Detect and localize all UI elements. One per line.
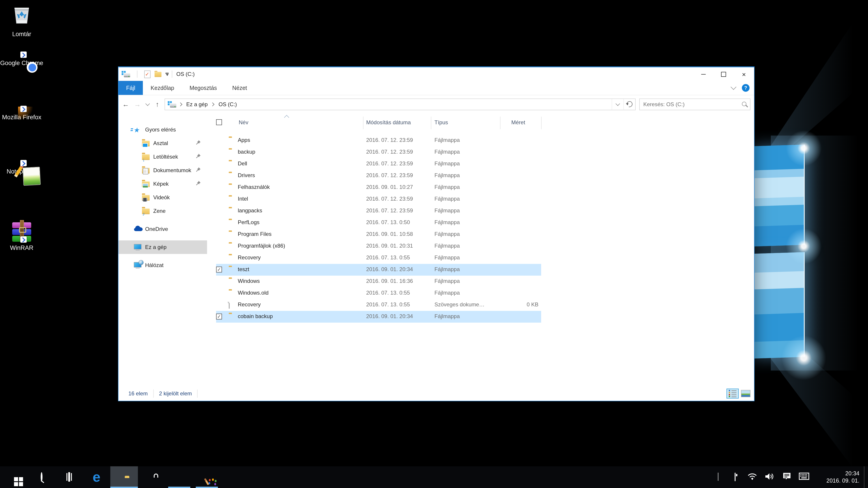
new-folder-icon[interactable] bbox=[155, 71, 162, 76]
file-date-modified: 2016. 07. 12. 23:59 bbox=[366, 172, 413, 178]
file-row-cobain-backup[interactable]: ✓ cobain backup 2016. 09. 01. 20:34 Fájl… bbox=[216, 311, 541, 323]
sidebar-item-label: OneDrive bbox=[145, 226, 168, 232]
breadcrumb-chevron-icon[interactable] bbox=[211, 102, 215, 106]
select-all-checkbox[interactable] bbox=[216, 119, 222, 125]
file-row-programf-jlok-x86[interactable]: Programfájlok (x86) 2016. 09. 01. 20:31 … bbox=[216, 240, 541, 252]
taskbar-button-file-explorer[interactable] bbox=[110, 466, 138, 488]
qat-menu-arrow-icon[interactable] bbox=[165, 73, 168, 75]
address-dropdown-button[interactable] bbox=[612, 99, 623, 109]
documents-folder-icon bbox=[142, 167, 150, 173]
maximize-button[interactable] bbox=[713, 67, 734, 81]
row-checkbox[interactable]: ✓ bbox=[216, 267, 222, 272]
desktop-icon-google-chrome[interactable]: Google Chrome bbox=[0, 57, 43, 67]
taskbar-button-firefox[interactable] bbox=[165, 466, 193, 488]
ribbon-tab-megoszt-s[interactable]: Megosztás bbox=[182, 81, 225, 95]
sidebar-item-asztal[interactable]: Asztal bbox=[119, 136, 207, 150]
sidebar-item-gyors-el-r-s[interactable]: ★ Gyors elérés bbox=[119, 123, 207, 136]
file-row-intel[interactable]: Intel 2016. 07. 12. 23:59 Fájlmappa bbox=[216, 193, 541, 205]
column-divider[interactable] bbox=[363, 117, 364, 129]
sidebar-item-h-l-zat[interactable]: Hálózat bbox=[119, 258, 207, 272]
sidebar-item-dokumentumok[interactable]: Dokumentumok bbox=[119, 164, 207, 177]
desktop-icon-recycle-bin[interactable]: Lomtár bbox=[0, 4, 43, 38]
file-row-apps[interactable]: Apps 2016. 07. 12. 23:59 Fájlmappa bbox=[216, 135, 541, 147]
thumbnail-view-button[interactable] bbox=[740, 389, 752, 398]
file-row-felhaszn-l-k[interactable]: Felhasználók 2016. 09. 01. 10:27 Fájlmap… bbox=[216, 182, 541, 193]
search-box bbox=[639, 98, 750, 110]
file-name: Program Files bbox=[238, 231, 272, 237]
pin-icon bbox=[196, 154, 201, 160]
taskbar-button-store[interactable] bbox=[138, 466, 165, 488]
column-header-size[interactable]: Méret bbox=[511, 119, 525, 126]
tray-button-volume[interactable] bbox=[761, 466, 778, 488]
recent-locations-button[interactable] bbox=[144, 98, 151, 110]
breadcrumb-os-c[interactable]: OS (C:) bbox=[218, 101, 238, 107]
thumbnail-view-icon bbox=[741, 390, 750, 397]
ribbon-tab-f-jl[interactable]: Fájl bbox=[119, 81, 143, 95]
tray-button-hidden-icons-chevron[interactable] bbox=[709, 466, 726, 488]
sidebar-item-vide-k[interactable]: Videók bbox=[119, 191, 207, 204]
close-button[interactable]: × bbox=[734, 67, 754, 81]
search-input[interactable] bbox=[639, 98, 750, 110]
sidebar-item-let-lt-sek[interactable]: ↓ Letöltések bbox=[119, 150, 207, 164]
file-type: Fájlmappa bbox=[434, 254, 460, 261]
taskbar-button-start[interactable] bbox=[0, 466, 28, 488]
desktop-icon-notepad-plus-plus[interactable]: Notepad++ bbox=[0, 165, 43, 175]
refresh-button[interactable] bbox=[623, 99, 635, 109]
divider bbox=[137, 70, 137, 78]
desktop-icon-mozilla-firefox[interactable]: Mozilla Firefox bbox=[0, 111, 43, 121]
file-row-teszt[interactable]: ✓ teszt 2016. 09. 01. 20:34 Fájlmappa bbox=[216, 264, 541, 275]
ribbon-tab-kezd-lap[interactable]: Kezdőlap bbox=[143, 81, 182, 95]
column-header-type[interactable]: Típus bbox=[434, 119, 448, 126]
file-row-perflogs[interactable]: PerfLogs 2016. 07. 13. 0:50 Fájlmappa bbox=[216, 217, 541, 229]
column-header-date[interactable]: Módosítás dátuma bbox=[366, 119, 411, 126]
file-rows: Apps 2016. 07. 12. 23:59 Fájlmappa backu… bbox=[216, 135, 754, 323]
file-row-recovery[interactable]: Recovery 2016. 07. 13. 0:55 Szöveges dok… bbox=[216, 299, 541, 311]
file-row-program-files[interactable]: Program Files 2016. 09. 01. 10:58 Fájlma… bbox=[216, 229, 541, 240]
file-row-dell[interactable]: Dell 2016. 07. 12. 23:59 Fájlmappa bbox=[216, 158, 541, 170]
sidebar-item-ez-a-g-p[interactable]: Ez a gép bbox=[119, 240, 207, 254]
tray-button-battery[interactable] bbox=[726, 466, 744, 488]
minimize-button[interactable] bbox=[693, 67, 713, 81]
file-row-windows[interactable]: Windows 2016. 09. 01. 16:36 Fájlmappa bbox=[216, 275, 541, 287]
tray-button-wifi[interactable] bbox=[744, 466, 761, 488]
column-divider[interactable] bbox=[541, 117, 541, 129]
row-checkbox[interactable]: ✓ bbox=[216, 314, 222, 320]
tray-button-action-center[interactable] bbox=[778, 466, 795, 488]
taskbar-button-edge[interactable]: e bbox=[83, 466, 110, 488]
up-button[interactable]: ↑ bbox=[152, 98, 163, 110]
file-row-langpacks[interactable]: langpacks 2016. 07. 12. 23:59 Fájlmappa bbox=[216, 205, 541, 217]
file-type: Fájlmappa bbox=[434, 196, 460, 202]
file-row-recovery[interactable]: Recovery 2016. 07. 13. 0:55 Fájlmappa bbox=[216, 252, 541, 264]
forward-button[interactable]: → bbox=[132, 98, 143, 110]
divider bbox=[153, 390, 153, 398]
file-row-windows-old[interactable]: Windows.old 2016. 07. 13. 0:55 Fájlmappa bbox=[216, 287, 541, 299]
properties-check-icon[interactable] bbox=[144, 70, 151, 78]
file-date-modified: 2016. 07. 13. 0:55 bbox=[366, 301, 410, 308]
back-button[interactable]: ← bbox=[120, 98, 131, 110]
breadcrumb-this-pc[interactable]: Ez a gép bbox=[185, 101, 209, 107]
details-view-button[interactable] bbox=[726, 389, 739, 398]
help-button[interactable]: ? bbox=[742, 84, 749, 92]
column-header-name[interactable]: Név bbox=[239, 119, 248, 126]
breadcrumb-chevron-icon[interactable] bbox=[179, 102, 182, 106]
pin-icon bbox=[196, 181, 201, 187]
taskbar-button-paint[interactable] bbox=[193, 466, 221, 488]
sidebar-item-k-pek[interactable]: Képek bbox=[119, 177, 207, 191]
pictures-folder-icon bbox=[142, 181, 150, 187]
column-divider[interactable] bbox=[500, 117, 500, 129]
taskbar-button-search[interactable] bbox=[28, 466, 55, 488]
file-name: Windows bbox=[238, 278, 260, 284]
column-divider[interactable] bbox=[431, 117, 431, 129]
sidebar-item-zene[interactable]: ♪ Zene bbox=[119, 204, 207, 218]
sidebar-item-label: Zene bbox=[153, 208, 166, 214]
sidebar-item-onedrive[interactable]: OneDrive bbox=[119, 222, 207, 236]
clock[interactable]: 20:34 2016. 09. 01. bbox=[812, 470, 864, 484]
desktop-icon-winrar[interactable]: WinRAR bbox=[0, 221, 43, 252]
taskbar-button-task-view[interactable] bbox=[55, 466, 83, 488]
file-row-backup[interactable]: backup 2016. 07. 12. 23:59 Fájlmappa bbox=[216, 147, 541, 158]
ribbon-tab-n-zet[interactable]: Nézet bbox=[224, 81, 254, 95]
expand-ribbon-icon[interactable] bbox=[731, 84, 736, 90]
file-row-drivers[interactable]: Drivers 2016. 07. 12. 23:59 Fájlmappa bbox=[216, 170, 541, 182]
tray-button-touch-keyboard[interactable] bbox=[795, 466, 812, 488]
show-desktop-button[interactable] bbox=[864, 466, 868, 488]
